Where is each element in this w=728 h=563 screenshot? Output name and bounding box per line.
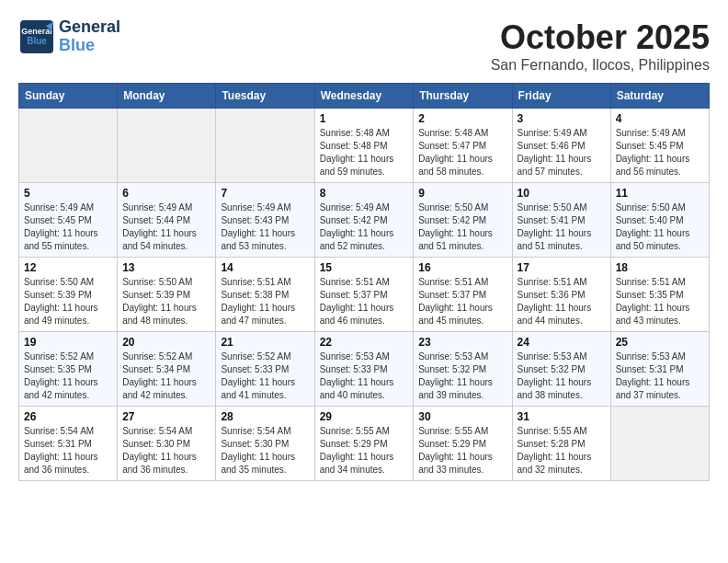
calendar-cell: 6Sunrise: 5:49 AM Sunset: 5:44 PM Daylig… [118, 183, 216, 258]
svg-text:Blue: Blue [27, 36, 47, 46]
calendar-cell: 10Sunrise: 5:50 AM Sunset: 5:41 PM Dayli… [512, 183, 610, 258]
day-info: Sunrise: 5:53 AM Sunset: 5:32 PM Dayligh… [418, 350, 506, 402]
day-number: 29 [320, 410, 409, 423]
day-number: 11 [616, 187, 704, 200]
day-number: 23 [418, 336, 506, 349]
calendar-week-row: 12Sunrise: 5:50 AM Sunset: 5:39 PM Dayli… [19, 258, 710, 332]
calendar-cell: 7Sunrise: 5:49 AM Sunset: 5:43 PM Daylig… [216, 183, 314, 258]
day-info: Sunrise: 5:50 AM Sunset: 5:39 PM Dayligh… [24, 276, 112, 327]
weekday-header: Wednesday [314, 84, 414, 109]
logo-text: General Blue [59, 18, 120, 55]
day-info: Sunrise: 5:54 AM Sunset: 5:30 PM Dayligh… [122, 425, 210, 477]
month-title: October 2025 [491, 18, 710, 57]
day-info: Sunrise: 5:55 AM Sunset: 5:28 PM Dayligh… [518, 425, 606, 477]
calendar-cell: 3Sunrise: 5:49 AM Sunset: 5:46 PM Daylig… [512, 109, 610, 183]
calendar-cell: 12Sunrise: 5:50 AM Sunset: 5:39 PM Dayli… [19, 258, 118, 332]
day-info: Sunrise: 5:49 AM Sunset: 5:42 PM Dayligh… [320, 201, 409, 253]
day-number: 24 [518, 336, 606, 349]
svg-text:General: General [21, 27, 52, 36]
day-info: Sunrise: 5:52 AM Sunset: 5:35 PM Dayligh… [24, 350, 112, 402]
day-info: Sunrise: 5:55 AM Sunset: 5:29 PM Dayligh… [418, 425, 506, 477]
calendar-cell [118, 109, 216, 183]
day-info: Sunrise: 5:51 AM Sunset: 5:37 PM Dayligh… [418, 276, 506, 327]
logo: General Blue General Blue [18, 18, 120, 55]
calendar-week-row: 5Sunrise: 5:49 AM Sunset: 5:45 PM Daylig… [19, 183, 710, 258]
calendar-cell: 23Sunrise: 5:53 AM Sunset: 5:32 PM Dayli… [414, 332, 512, 407]
calendar-cell: 15Sunrise: 5:51 AM Sunset: 5:37 PM Dayli… [314, 258, 414, 332]
day-info: Sunrise: 5:49 AM Sunset: 5:44 PM Dayligh… [122, 201, 210, 253]
calendar-cell: 28Sunrise: 5:54 AM Sunset: 5:30 PM Dayli… [216, 407, 314, 481]
day-info: Sunrise: 5:53 AM Sunset: 5:33 PM Dayligh… [320, 350, 409, 402]
calendar-cell: 17Sunrise: 5:51 AM Sunset: 5:36 PM Dayli… [512, 258, 610, 332]
day-number: 22 [320, 336, 409, 349]
calendar-week-row: 19Sunrise: 5:52 AM Sunset: 5:35 PM Dayli… [19, 332, 710, 407]
calendar-header-row: SundayMondayTuesdayWednesdayThursdayFrid… [19, 84, 710, 109]
day-info: Sunrise: 5:53 AM Sunset: 5:32 PM Dayligh… [518, 350, 606, 402]
calendar-cell: 5Sunrise: 5:49 AM Sunset: 5:45 PM Daylig… [19, 183, 118, 258]
calendar-table: SundayMondayTuesdayWednesdayThursdayFrid… [18, 83, 710, 481]
weekday-header: Tuesday [216, 84, 314, 109]
day-info: Sunrise: 5:50 AM Sunset: 5:40 PM Dayligh… [616, 201, 704, 253]
calendar-cell [610, 407, 709, 481]
calendar-cell: 4Sunrise: 5:49 AM Sunset: 5:45 PM Daylig… [610, 109, 709, 183]
day-info: Sunrise: 5:51 AM Sunset: 5:36 PM Dayligh… [518, 276, 606, 327]
calendar-cell: 22Sunrise: 5:53 AM Sunset: 5:33 PM Dayli… [314, 332, 414, 407]
weekday-header: Saturday [610, 84, 709, 109]
day-number: 7 [221, 187, 309, 200]
day-number: 21 [221, 336, 309, 349]
calendar-cell: 31Sunrise: 5:55 AM Sunset: 5:28 PM Dayli… [512, 407, 610, 481]
day-number: 10 [518, 187, 606, 200]
calendar-week-row: 26Sunrise: 5:54 AM Sunset: 5:31 PM Dayli… [19, 407, 710, 481]
day-number: 28 [221, 410, 309, 423]
day-info: Sunrise: 5:49 AM Sunset: 5:45 PM Dayligh… [616, 127, 704, 178]
logo-line2: Blue [59, 37, 120, 55]
day-info: Sunrise: 5:51 AM Sunset: 5:35 PM Dayligh… [616, 276, 704, 327]
calendar-cell: 29Sunrise: 5:55 AM Sunset: 5:29 PM Dayli… [314, 407, 414, 481]
calendar-week-row: 1Sunrise: 5:48 AM Sunset: 5:48 PM Daylig… [19, 109, 710, 183]
day-info: Sunrise: 5:50 AM Sunset: 5:39 PM Dayligh… [122, 276, 210, 327]
day-number: 9 [418, 187, 506, 200]
day-number: 18 [616, 261, 704, 274]
day-number: 5 [24, 187, 112, 200]
logo-icon: General Blue [18, 18, 55, 55]
day-info: Sunrise: 5:55 AM Sunset: 5:29 PM Dayligh… [320, 425, 409, 477]
calendar-cell: 24Sunrise: 5:53 AM Sunset: 5:32 PM Dayli… [512, 332, 610, 407]
calendar-cell: 30Sunrise: 5:55 AM Sunset: 5:29 PM Dayli… [414, 407, 512, 481]
location: San Fernando, Ilocos, Philippines [491, 57, 710, 74]
day-number: 20 [122, 336, 210, 349]
day-number: 26 [24, 410, 112, 423]
day-number: 14 [221, 261, 309, 274]
day-info: Sunrise: 5:54 AM Sunset: 5:30 PM Dayligh… [221, 425, 309, 477]
day-number: 2 [418, 112, 506, 125]
day-info: Sunrise: 5:49 AM Sunset: 5:45 PM Dayligh… [24, 201, 112, 253]
weekday-header: Thursday [414, 84, 512, 109]
title-block: October 2025 San Fernando, Ilocos, Phili… [491, 18, 710, 74]
calendar-cell: 8Sunrise: 5:49 AM Sunset: 5:42 PM Daylig… [314, 183, 414, 258]
day-info: Sunrise: 5:48 AM Sunset: 5:48 PM Dayligh… [320, 127, 409, 178]
day-number: 15 [320, 261, 409, 274]
calendar-cell: 27Sunrise: 5:54 AM Sunset: 5:30 PM Dayli… [118, 407, 216, 481]
calendar-cell [216, 109, 314, 183]
day-number: 17 [518, 261, 606, 274]
day-number: 19 [24, 336, 112, 349]
day-info: Sunrise: 5:51 AM Sunset: 5:37 PM Dayligh… [320, 276, 409, 327]
day-number: 16 [418, 261, 506, 274]
calendar-cell: 11Sunrise: 5:50 AM Sunset: 5:40 PM Dayli… [610, 183, 709, 258]
calendar-cell: 21Sunrise: 5:52 AM Sunset: 5:33 PM Dayli… [216, 332, 314, 407]
calendar-cell: 2Sunrise: 5:48 AM Sunset: 5:47 PM Daylig… [414, 109, 512, 183]
day-number: 4 [616, 112, 704, 125]
calendar-cell: 9Sunrise: 5:50 AM Sunset: 5:42 PM Daylig… [414, 183, 512, 258]
day-number: 3 [518, 112, 606, 125]
calendar-cell: 19Sunrise: 5:52 AM Sunset: 5:35 PM Dayli… [19, 332, 118, 407]
day-info: Sunrise: 5:52 AM Sunset: 5:33 PM Dayligh… [221, 350, 309, 402]
day-number: 31 [518, 410, 606, 423]
calendar-cell [19, 109, 118, 183]
calendar-cell: 20Sunrise: 5:52 AM Sunset: 5:34 PM Dayli… [118, 332, 216, 407]
weekday-header: Sunday [19, 84, 118, 109]
calendar-cell: 16Sunrise: 5:51 AM Sunset: 5:37 PM Dayli… [414, 258, 512, 332]
page-header: General Blue General Blue October 2025 S… [18, 18, 710, 74]
day-info: Sunrise: 5:49 AM Sunset: 5:46 PM Dayligh… [518, 127, 606, 178]
calendar-cell: 14Sunrise: 5:51 AM Sunset: 5:38 PM Dayli… [216, 258, 314, 332]
day-info: Sunrise: 5:49 AM Sunset: 5:43 PM Dayligh… [221, 201, 309, 253]
logo-line1: General [59, 18, 120, 37]
